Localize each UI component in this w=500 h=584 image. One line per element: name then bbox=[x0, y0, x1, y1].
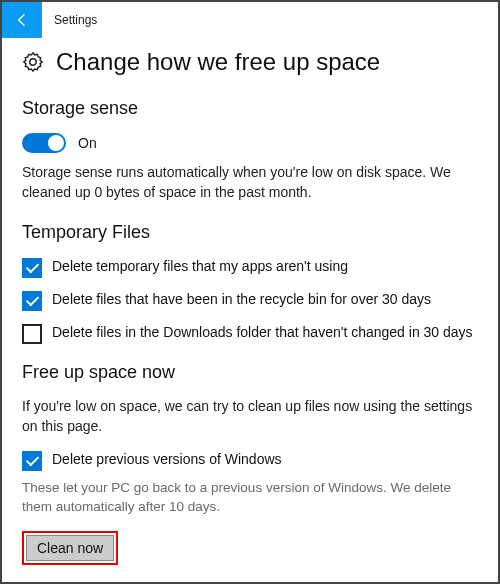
temp-files-option-2[interactable]: Delete files in the Downloads folder tha… bbox=[22, 323, 478, 344]
checkbox-label: Delete temporary files that my apps aren… bbox=[52, 257, 478, 277]
titlebar: Settings bbox=[2, 2, 498, 38]
gear-icon bbox=[22, 51, 44, 73]
clean-now-button[interactable]: Clean now bbox=[26, 535, 114, 561]
toggle-state-label: On bbox=[78, 135, 97, 151]
back-button[interactable] bbox=[2, 2, 42, 38]
checkbox-icon bbox=[22, 291, 42, 311]
content: Change how we free up space Storage sens… bbox=[2, 38, 498, 575]
arrow-left-icon bbox=[14, 12, 30, 28]
clean-now-highlight: Clean now bbox=[22, 531, 118, 565]
toggle-knob bbox=[48, 135, 64, 151]
checkbox-label: Delete files that have been in the recyc… bbox=[52, 290, 478, 310]
checkbox-label: Delete previous versions of Windows bbox=[52, 450, 478, 470]
storage-sense-description: Storage sense runs automatically when yo… bbox=[22, 163, 478, 202]
checkbox-icon bbox=[22, 258, 42, 278]
free-up-description: If you're low on space, we can try to cl… bbox=[22, 397, 478, 436]
prev-versions-option[interactable]: Delete previous versions of Windows bbox=[22, 450, 478, 471]
free-up-heading: Free up space now bbox=[22, 362, 478, 383]
prev-versions-note: These let your PC go back to a previous … bbox=[22, 479, 478, 517]
checkbox-icon bbox=[22, 324, 42, 344]
checkbox-icon bbox=[22, 451, 42, 471]
storage-sense-toggle-row: On bbox=[22, 133, 478, 153]
page-header: Change how we free up space bbox=[22, 48, 478, 76]
storage-sense-heading: Storage sense bbox=[22, 98, 478, 119]
temp-files-heading: Temporary Files bbox=[22, 222, 478, 243]
checkbox-label: Delete files in the Downloads folder tha… bbox=[52, 323, 478, 343]
page-title: Change how we free up space bbox=[56, 48, 380, 76]
storage-sense-toggle[interactable] bbox=[22, 133, 66, 153]
titlebar-title: Settings bbox=[54, 13, 97, 27]
temp-files-option-0[interactable]: Delete temporary files that my apps aren… bbox=[22, 257, 478, 278]
temp-files-option-1[interactable]: Delete files that have been in the recyc… bbox=[22, 290, 478, 311]
